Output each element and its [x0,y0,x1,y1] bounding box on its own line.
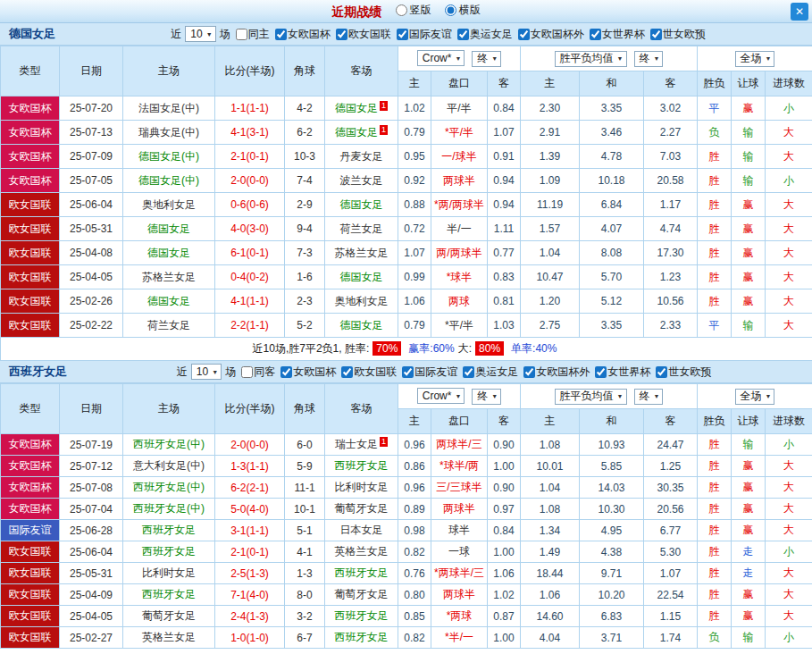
filter-competition-checkbox[interactable] [595,366,607,378]
match-row: 女欧国杯25-07-05德国女足(中)2-0(0-0)7-4波兰女足0.92两球… [1,169,812,193]
filter-same-venue-checkbox[interactable] [241,366,253,378]
filter-competition-checkbox[interactable] [457,29,469,40]
odds-source-select[interactable]: Crow*▼ [417,50,465,66]
score-halftime: 2-1(0-1) [215,145,285,169]
avg-odds-select[interactable]: 胜平负均值▼ [555,51,627,67]
filter-competition-checkbox[interactable] [397,29,408,40]
filter-competition-checkbox[interactable] [523,366,535,378]
match-row: 女欧国杯25-07-20法国女足(中)1-1(1-1)4-2德国女足11.02平… [1,96,812,121]
match-date: 25-07-04 [60,499,123,520]
fulltime-select[interactable]: 全场▼ [735,389,775,405]
filter-competition-checkbox[interactable] [336,29,347,40]
home-team: 意大利女足(中) [123,456,215,477]
ah-home-odds: 0.79 [398,121,431,145]
avg-final-select[interactable]: 终▼ [634,51,664,67]
corners: 2-3 [285,289,325,314]
filter-competition[interactable]: 女世界杯 [590,365,650,380]
home-team: 比利时女足 [123,563,215,584]
filter-competition[interactable]: 欧女国联 [331,27,391,42]
filter-competition-checkbox[interactable] [590,29,601,40]
vertical-radio[interactable] [396,4,407,16]
ah-home-odds: 0.89 [398,499,431,520]
filter-competition-checkbox[interactable] [402,366,414,378]
result-goals: 小 [766,627,812,649]
filter-competition[interactable]: 奥运女足 [452,27,513,42]
filter-competition-checkbox[interactable] [463,366,474,378]
filter-competition[interactable]: 欧女国联 [336,365,397,380]
filter-competition[interactable]: 女欧国杯外 [518,365,590,380]
result-handicap: 赢 [732,96,766,121]
competition-badge: 女欧国杯 [1,456,60,477]
competition-badge: 欧女国联 [1,314,60,338]
filter-competition[interactable]: 国际友谊 [391,27,452,42]
ah-away-odds: 0.97 [488,499,521,520]
recent-count-select[interactable]: 10▼ [191,364,222,380]
ah-final-select-value: 终 [477,389,488,404]
ah-line: *两/两球半 [431,193,488,217]
filter-same-venue[interactable]: 同主 [230,27,270,42]
match-row: 女欧国杯25-07-08西班牙女足(中)6-2(2-1)11-1比利时女足0.9… [1,477,812,499]
odds-draw: 5.70 [580,265,644,289]
competition-badge: 欧女国联 [1,541,60,563]
recent-count-select[interactable]: 10▼ [185,26,215,42]
filter-competition-checkbox[interactable] [518,29,530,40]
odds-draw: 4.95 [580,520,644,541]
filter-competition[interactable]: 女欧国杯外 [513,27,584,42]
filter-competition-checkbox[interactable] [650,29,662,40]
odds-draw: 3.35 [580,96,644,121]
result-goals: 小 [766,169,812,193]
ah-home-odds: 0.79 [398,314,431,338]
sections-container: 德国女足近10▼场同主女欧国杯欧女国联国际友谊奥运女足女欧国杯外女世界杯世女欧预… [0,23,812,649]
ah-final-select[interactable]: 终▼ [472,389,501,405]
ft-select-group: 全场▼ [698,46,812,71]
layout-option-vertical[interactable]: 竖版 [396,3,431,18]
filter-competition-checkbox[interactable] [341,366,353,378]
filter-competition[interactable]: 世女欧预 [645,27,706,42]
match-date: 25-05-31 [60,217,123,241]
filter-competition[interactable]: 女世界杯 [584,27,645,42]
result-goals: 大 [766,265,812,289]
ah-final-select[interactable]: 终▼ [472,51,501,67]
filter-competition-checkbox[interactable] [656,366,667,378]
filter-same-venue-checkbox[interactable] [236,29,247,40]
avg-select-group: 胜平负均值▼终▼ [521,46,698,71]
filter-competition[interactable]: 女欧国杯 [270,27,331,42]
matches-table: 类型日期主场比分(半场)角球客场Crow*▼终▼胜平负均值▼终▼全场▼主盘口客主… [0,383,812,649]
filter-competition-checkbox[interactable] [275,29,287,40]
match-row: 女欧国杯25-07-04西班牙女足(中)5-0(4-0)10-1葡萄牙女足0.8… [1,499,812,520]
sub-col-header: 客 [644,409,698,434]
horizontal-radio-label: 横版 [459,3,481,18]
odds-source-select[interactable]: Crow*▼ [417,388,465,404]
recent-label: 近 [177,365,188,380]
horizontal-radio[interactable] [445,4,456,16]
avg-odds-select[interactable]: 胜平负均值▼ [555,389,627,405]
filter-competition[interactable]: 女欧国杯 [275,365,336,380]
fulltime-select-value: 全场 [741,389,762,404]
layout-option-horizontal[interactable]: 横版 [445,3,481,18]
ah-home-odds: 0.82 [398,627,431,649]
games-label: 场 [220,27,230,42]
filter-competition-checkbox[interactable] [280,366,292,378]
filter-competition[interactable]: 世女欧预 [650,365,711,380]
sub-col-header: 客 [488,71,521,96]
odds-home: 2.75 [521,314,580,338]
away-team: 波兰女足 [325,169,398,193]
odds-away: 7.03 [644,145,698,169]
filter-same-venue[interactable]: 同客 [236,365,275,380]
team-header-bar: 西班牙女足近10▼场同客女欧国杯欧女国联国际友谊奥运女足女欧国杯外女世界杯世女欧… [0,361,812,383]
odds-draw: 5.12 [580,289,644,314]
result-wdl: 平 [698,96,732,121]
avg-final-select[interactable]: 终▼ [634,389,664,405]
home-team: 德国女足(中) [123,145,215,169]
filter-competition[interactable]: 国际友谊 [397,365,457,380]
odds-home: 1.04 [521,241,580,265]
close-button[interactable]: ✕ [791,3,808,21]
ah-away-odds: 1.02 [488,584,521,606]
odds-home: 14.60 [521,606,580,627]
fulltime-select[interactable]: 全场▼ [735,51,775,67]
chevron-down-icon: ▼ [766,55,772,62]
score-halftime: 0-6(0-6) [215,193,285,217]
filter-competition[interactable]: 奥运女足 [457,365,518,380]
corners: 9-4 [285,217,325,241]
filter-competition-label: 国际友谊 [409,27,452,42]
